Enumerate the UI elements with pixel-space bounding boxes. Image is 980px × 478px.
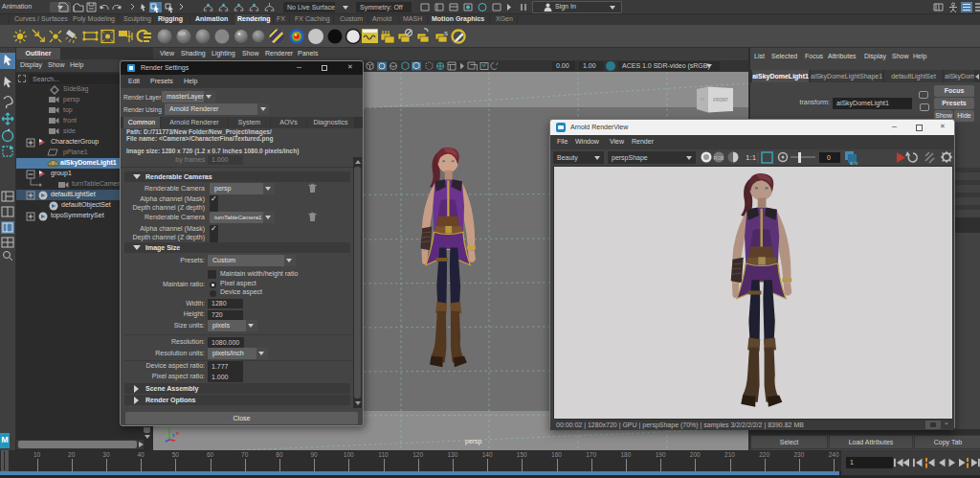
svg-text:FRONT: FRONT: [713, 98, 728, 102]
svg-text:LF: LF: [701, 98, 704, 102]
svg-text:S: S: [444, 31, 448, 36]
svg-text:RGB: RGB: [714, 155, 725, 161]
svg-text:z: z: [172, 432, 175, 438]
svg-text:AOV: AOV: [850, 161, 858, 166]
svg-text:0: 0: [827, 154, 831, 161]
svg-text:x: x: [176, 430, 179, 436]
svg-text:1:1: 1:1: [746, 153, 757, 162]
